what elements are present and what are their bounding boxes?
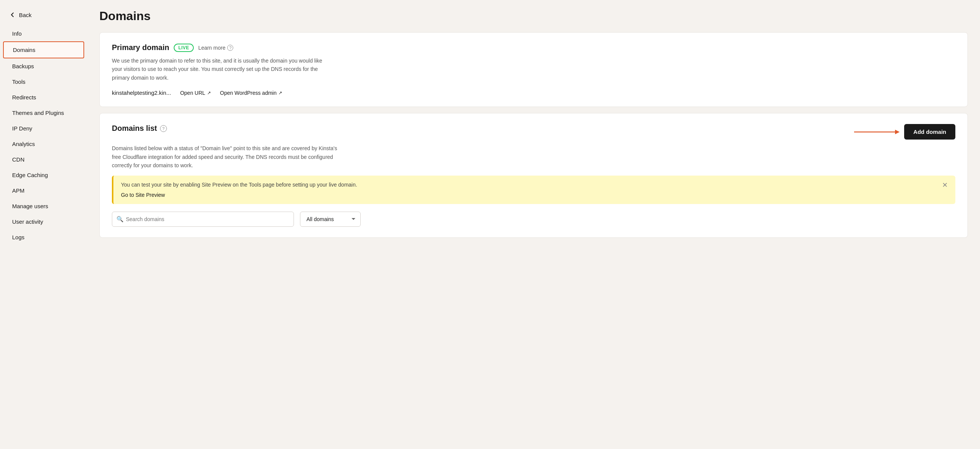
site-preview-notice: You can test your site by enabling Site … (112, 175, 955, 204)
sidebar-item-manage-users[interactable]: Manage users (3, 198, 84, 214)
domain-name: kinstahelptesting2.kin... (112, 89, 171, 96)
sidebar: Back Info Domains Backups Tools Redirect… (0, 0, 87, 449)
back-button[interactable]: Back (0, 8, 87, 26)
sidebar-item-ip-deny[interactable]: IP Deny (3, 121, 84, 136)
sidebar-item-themes-plugins[interactable]: Themes and Plugins (3, 105, 84, 121)
domains-list-card: Domains list ? Add domain Domains listed… (99, 113, 968, 238)
primary-domain-card: Primary domain LIVE Learn more ? We use … (99, 32, 968, 107)
page-title: Domains (99, 9, 968, 23)
svg-marker-1 (895, 130, 900, 134)
domains-filter-select[interactable]: All domainsDomain liveDNS only (300, 212, 361, 227)
add-domain-container: Add domain (854, 124, 955, 140)
search-input-wrapper: 🔍 (112, 212, 294, 227)
sidebar-item-edge-caching[interactable]: Edge Caching (3, 167, 84, 183)
domain-row: kinstahelptesting2.kin... Open URL ↗ Ope… (112, 89, 955, 96)
main-content: Domains Primary domain LIVE Learn more ?… (87, 0, 980, 449)
sidebar-item-apm[interactable]: APM (3, 183, 84, 198)
search-input[interactable] (112, 212, 294, 227)
back-arrow-icon (9, 11, 16, 18)
search-icon: 🔍 (116, 216, 124, 223)
search-row: 🔍 All domainsDomain liveDNS only (112, 212, 955, 227)
external-link-icon-2: ↗ (278, 90, 282, 96)
external-link-icon: ↗ (207, 90, 211, 96)
domains-list-title: Domains list (112, 124, 157, 133)
domains-list-title-group: Domains list ? (112, 124, 167, 133)
domains-list-header: Domains list ? Add domain (112, 124, 955, 140)
primary-domain-header: Primary domain LIVE Learn more ? (112, 43, 955, 52)
go-to-site-preview-link[interactable]: Go to Site Preview (121, 192, 165, 198)
sidebar-nav: Info Domains Backups Tools Redirects The… (0, 26, 87, 245)
sidebar-item-cdn[interactable]: CDN (3, 152, 84, 167)
domains-list-help-icon[interactable]: ? (160, 125, 167, 132)
sidebar-item-backups[interactable]: Backups (3, 58, 84, 74)
primary-domain-description: We use the primary domain to refer to th… (112, 56, 324, 82)
back-label: Back (19, 12, 32, 18)
sidebar-item-logs[interactable]: Logs (3, 229, 84, 245)
notice-close-button[interactable]: ✕ (936, 182, 948, 188)
open-wp-admin-link[interactable]: Open WordPress admin ↗ (220, 90, 282, 96)
sidebar-item-analytics[interactable]: Analytics (3, 136, 84, 152)
sidebar-item-info[interactable]: Info (3, 26, 84, 41)
primary-domain-title: Primary domain (112, 43, 169, 52)
learn-more-link[interactable]: Learn more ? (198, 45, 234, 51)
open-url-link[interactable]: Open URL ↗ (180, 90, 211, 96)
notice-content: You can test your site by enabling Site … (121, 182, 936, 198)
sidebar-item-user-activity[interactable]: User activity (3, 214, 84, 229)
live-badge: LIVE (174, 44, 194, 52)
notice-text: You can test your site by enabling Site … (121, 182, 936, 188)
arrow-icon (854, 127, 900, 137)
add-domain-button[interactable]: Add domain (904, 124, 955, 140)
help-circle-icon: ? (227, 45, 233, 51)
sidebar-item-redirects[interactable]: Redirects (3, 89, 84, 105)
domains-list-description: Domains listed below with a status of "D… (112, 144, 347, 169)
sidebar-item-tools[interactable]: Tools (3, 74, 84, 89)
domains-list-title-row: Domains list ? (112, 124, 167, 133)
sidebar-item-domains[interactable]: Domains (3, 41, 84, 58)
